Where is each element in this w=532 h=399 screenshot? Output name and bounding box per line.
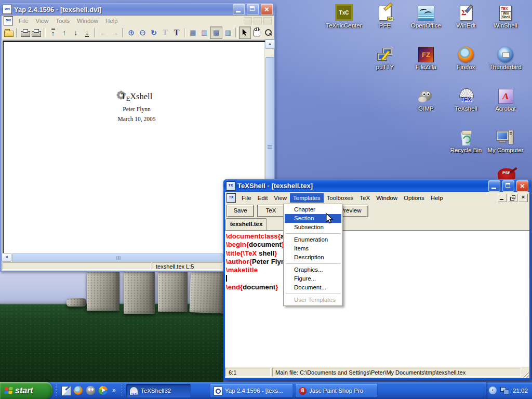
mdi-minimize-button[interactable] bbox=[498, 194, 507, 202]
texshell-menu-help[interactable]: Help bbox=[428, 193, 446, 203]
yap-maximize-button[interactable] bbox=[247, 4, 259, 15]
desktop: TxC TeXnicCenter 32 PFE OpenOffice Σ Win… bbox=[0, 0, 532, 399]
menu-item-graphics[interactable]: Graphics... bbox=[285, 265, 341, 274]
text-render-button[interactable]: T bbox=[171, 27, 182, 38]
desktop-icon-gimp[interactable]: GIMP bbox=[406, 86, 446, 112]
stone bbox=[124, 271, 155, 314]
last-page-button[interactable]: ↓ bbox=[82, 27, 93, 38]
continuous-single-button[interactable]: ▤ bbox=[210, 26, 222, 39]
yap-mdi-controls[interactable] bbox=[244, 17, 274, 24]
zoom-out-button[interactable]: ⊖ bbox=[137, 27, 149, 38]
editor-line: \maketitle bbox=[226, 266, 529, 274]
quick-launch-overflow-chevron[interactable]: » bbox=[112, 387, 116, 394]
horizontal-scroll-thumb[interactable] bbox=[12, 254, 223, 262]
yap-menu-window[interactable]: Window bbox=[73, 17, 102, 25]
texshell-title-bar[interactable]: TX TeXShell - [texshell.tex] × bbox=[223, 179, 531, 192]
refresh-button[interactable]: ↻ bbox=[148, 27, 159, 38]
back-button[interactable]: ← bbox=[98, 27, 109, 38]
single-page-button[interactable]: ▤ bbox=[188, 27, 199, 38]
desktop-icon-putty[interactable]: puTTY bbox=[365, 45, 405, 71]
texshell-menu-items: FileEditViewTemplatesToolboxesTeXWindowO… bbox=[238, 193, 446, 203]
yap-menu-view[interactable]: View bbox=[32, 17, 52, 25]
previous-page-button[interactable]: ↑ bbox=[59, 27, 70, 38]
desktop-icon-my-computer[interactable]: My Computer bbox=[485, 128, 526, 154]
scroll-up-button[interactable]: ▲ bbox=[265, 39, 275, 49]
open-button[interactable] bbox=[3, 27, 15, 38]
texshell-menu-options[interactable]: Options bbox=[401, 193, 428, 203]
menu-item-subsection[interactable]: Subsection bbox=[285, 223, 341, 232]
quick-launch-gimp-icon[interactable] bbox=[86, 386, 95, 395]
magnifier-tool-button[interactable] bbox=[262, 27, 274, 38]
tray-collapse-arrow-icon[interactable]: ‹ bbox=[489, 387, 497, 394]
desktop-icon-winshell[interactable]: TEXWin Shell WinShell bbox=[485, 3, 526, 29]
yap-menu-file[interactable]: File bbox=[15, 17, 32, 25]
desktop-icon-winedt[interactable]: Σ WinEdt bbox=[446, 3, 486, 29]
taskbar-clock[interactable]: 21:02 bbox=[513, 388, 528, 394]
yap-minimize-button[interactable] bbox=[233, 4, 245, 15]
texshell-menu-toolboxes[interactable]: Toolboxes bbox=[324, 193, 357, 203]
texshell-menu-view[interactable]: View bbox=[271, 193, 290, 203]
menu-item-description[interactable]: Description bbox=[285, 253, 341, 262]
yap-menu-help[interactable]: Help bbox=[102, 17, 122, 25]
texshell-editor[interactable]: \documentclass{article}\begin{document}\… bbox=[225, 230, 529, 367]
quick-launch-firefox-icon[interactable] bbox=[74, 386, 83, 395]
task-button-yap[interactable]: Yap 2.4.1596 - [texs... bbox=[210, 384, 292, 397]
task-button-paint-shop-pro[interactable]: Jasc Paint Shop Pro bbox=[296, 384, 377, 397]
pfe-icon: 32 bbox=[379, 6, 391, 21]
desktop-icon-pfe[interactable]: 32 PFE bbox=[365, 3, 405, 29]
tex-button[interactable]: TeX bbox=[257, 205, 285, 217]
yap-title-bar[interactable]: DVI Yap 2.4.1596 - [texshell.dvi] × bbox=[0, 3, 275, 16]
desktop-icon-thunderbird[interactable]: Thunderbird bbox=[485, 45, 526, 71]
texniccenter-icon: TxC bbox=[335, 4, 353, 21]
forward-button[interactable]: → bbox=[109, 27, 121, 38]
texshell-menu-window[interactable]: Window bbox=[373, 193, 401, 203]
editor-line: \documentclass{article} bbox=[226, 232, 529, 241]
scroll-left-button[interactable]: ◄ bbox=[2, 253, 11, 262]
desktop-icon-openoffice[interactable]: OpenOffice bbox=[406, 3, 446, 29]
menu-item-enumeration[interactable]: Enumeration bbox=[285, 235, 341, 244]
resize-grip[interactable] bbox=[522, 371, 529, 378]
zoom-in-button[interactable]: ⊕ bbox=[126, 27, 137, 38]
task-button-texshell32[interactable]: TeXShell32 bbox=[126, 384, 191, 397]
select-tool-button[interactable] bbox=[239, 26, 251, 39]
double-page-button[interactable]: ▥ bbox=[198, 27, 210, 38]
hand-tool-button[interactable] bbox=[251, 27, 262, 38]
print-setup-button[interactable] bbox=[31, 27, 42, 38]
mdi-close-button[interactable]: × bbox=[518, 194, 528, 202]
stone bbox=[87, 271, 119, 311]
desktop-icon-texshell[interactable]: TEX TeXshell bbox=[446, 86, 486, 112]
toolbar-separator bbox=[44, 28, 46, 37]
texshell-menu-edit[interactable]: Edit bbox=[255, 193, 271, 203]
text-outline-button[interactable]: T bbox=[159, 27, 171, 38]
tab-texshell-tex[interactable]: texshell.tex bbox=[225, 218, 267, 231]
menu-item-items[interactable]: Items bbox=[285, 244, 341, 253]
texshell-menu-file[interactable]: File bbox=[238, 193, 255, 203]
save-button[interactable]: Save bbox=[227, 205, 254, 217]
continuous-double-button[interactable]: ▥ bbox=[222, 27, 234, 38]
desktop-icon-texniccenter[interactable]: TxC TeXnicCenter bbox=[324, 3, 364, 29]
stone bbox=[158, 271, 188, 312]
texshell-minimize-button[interactable] bbox=[488, 180, 500, 192]
desktop-icon-filezilla[interactable]: FZ FileZilla bbox=[406, 45, 446, 71]
mdi-restore-button[interactable] bbox=[508, 194, 517, 202]
yap-toolbar: ↑↑↓↓←→⊕⊖↻TT▤▥▤▥ bbox=[2, 26, 274, 39]
yap-menu-tools[interactable]: Tools bbox=[52, 17, 73, 25]
show-desktop-icon[interactable] bbox=[61, 386, 71, 396]
desktop-icon-recycle-bin[interactable]: Recycle Bin bbox=[446, 128, 486, 154]
texshell-close-button[interactable]: × bbox=[516, 180, 528, 192]
texshell-menu-templates[interactable]: Templates bbox=[290, 193, 323, 203]
next-page-button[interactable]: ↓ bbox=[70, 27, 82, 38]
desktop-icon-acrobat[interactable]: A Acrobat bbox=[485, 86, 526, 112]
menu-item-document[interactable]: Document... bbox=[285, 283, 341, 292]
print-button[interactable] bbox=[20, 27, 31, 38]
first-page-button[interactable]: ↑ bbox=[47, 27, 59, 38]
menu-item-figure[interactable]: Figure... bbox=[285, 274, 341, 283]
texshell-app-icon: TX bbox=[226, 181, 235, 191]
yap-close-button[interactable]: × bbox=[261, 4, 273, 15]
quick-launch-media-player-icon[interactable] bbox=[99, 386, 108, 395]
network-status-icon[interactable] bbox=[500, 387, 509, 394]
desktop-icon-firefox[interactable]: Firefox bbox=[446, 45, 486, 71]
start-button[interactable]: start bbox=[0, 382, 52, 399]
texshell-maximize-button[interactable] bbox=[502, 180, 514, 192]
texshell-menu-tex[interactable]: TeX bbox=[356, 193, 373, 203]
